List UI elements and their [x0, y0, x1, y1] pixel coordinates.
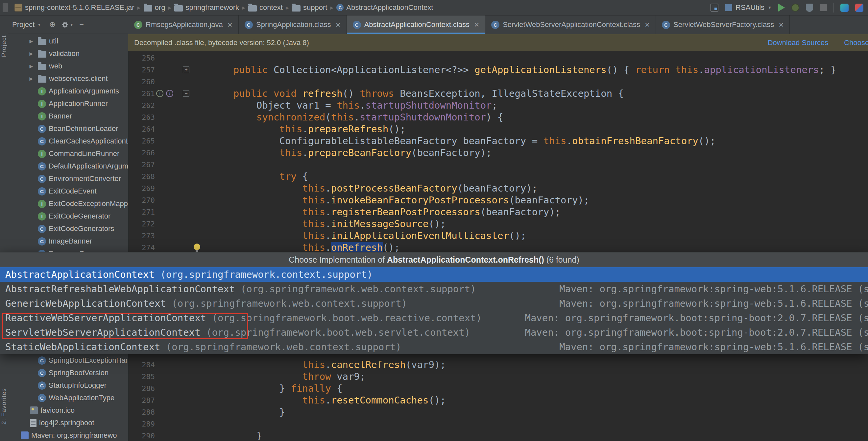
project-tree-item[interactable]: CStartupInfoLogger	[8, 379, 128, 392]
settings-gear-icon[interactable]: ▼	[61, 21, 74, 28]
editor-tab[interactable]: CServletWebServerApplicationContext.clas…	[485, 16, 656, 34]
editor-tabs-bar: CRmsegsApplication.java×CSpringApplicati…	[128, 16, 868, 34]
project-tree-item[interactable]: CExitCodeGenerators	[8, 223, 128, 235]
project-tree-item[interactable]: ▶webservices.client	[8, 72, 128, 85]
toolbox-icon[interactable]	[840, 4, 848, 12]
project-tree-item[interactable]: IBanner	[8, 110, 128, 122]
breadcrumb-separator-icon: ▶	[168, 5, 171, 10]
code-line: 287 this.resetCommonCaches();	[128, 394, 868, 406]
breadcrumb-label: spring-context-5.1.6.RELEASE.jar	[25, 3, 134, 12]
project-tree-item[interactable]: ▶web	[8, 60, 128, 72]
code-line-text: } finally {	[210, 383, 343, 394]
breadcrumb-item[interactable]: spring-context-5.1.6.RELEASE.jar	[13, 3, 136, 12]
tree-item-label: StartupInfoLogger	[49, 381, 106, 390]
run-config-selector[interactable]: RSAUtils ▼	[725, 3, 772, 12]
code-line: 263 synchronized(this.startupShutdownMon…	[128, 111, 868, 123]
stripe-tab-favorites[interactable]: 2: Favorites	[0, 388, 7, 424]
breadcrumb-item[interactable]: CAbstractApplicationContext	[335, 3, 434, 12]
code-line: 260	[128, 76, 868, 88]
panel-title[interactable]: Project	[12, 21, 34, 29]
locate-icon[interactable]: ⊕	[49, 20, 55, 29]
chevron-down-icon[interactable]: ▼	[37, 22, 41, 27]
gutter	[155, 123, 210, 135]
project-tree-item[interactable]: IExitCodeExceptionMapper	[8, 198, 128, 210]
debug-button[interactable]	[792, 4, 799, 11]
project-tree-item[interactable]: CEnvironmentConverter	[8, 172, 128, 185]
tab-close-icon[interactable]: ×	[335, 21, 340, 29]
hide-panel-icon[interactable]: −	[80, 20, 84, 29]
fold-collapse-icon[interactable]: −	[183, 90, 189, 97]
project-tree-item[interactable]: CClearCachesApplicationListener	[8, 135, 128, 147]
tree-item-label: webservices.client	[49, 75, 108, 83]
tool-window-icon[interactable]	[711, 4, 718, 11]
project-tree-item[interactable]: favicon.ico	[8, 404, 128, 417]
implementation-option[interactable]: StaticWebApplicationContext (org.springf…	[0, 340, 868, 354]
project-tree-item[interactable]: CExitCodeEvent	[8, 185, 128, 198]
toolbar-separator	[834, 3, 834, 12]
tree-expand-arrow-icon[interactable]: ▶	[27, 63, 35, 69]
implement-marker-icon[interactable]: ↓	[166, 90, 173, 97]
project-tree-item[interactable]: IApplicationRunner	[8, 97, 128, 110]
stop-button[interactable]	[820, 4, 827, 11]
project-tree-item[interactable]: Maven: org.springframewo	[8, 429, 128, 441]
project-tree-item[interactable]: CImageBanner	[8, 235, 128, 247]
tree-item-label: ExitCodeExceptionMapper	[49, 200, 128, 208]
implementation-option[interactable]: AbstractApplicationContext (org.springfr…	[0, 267, 868, 282]
run-button[interactable]	[778, 4, 785, 11]
editor-tab[interactable]: CRmsegsApplication.java×	[128, 16, 239, 34]
line-number: 263	[128, 113, 155, 121]
breadcrumb: spring-context-5.1.6.RELEASE.jar▶org▶spr…	[13, 3, 434, 12]
run-config-icon	[725, 4, 732, 11]
breadcrumb-item[interactable]: context	[247, 3, 284, 12]
tree-expand-arrow-icon[interactable]: ▶	[27, 76, 35, 81]
project-tree-item[interactable]: IExitCodeGenerator	[8, 210, 128, 223]
fold-expand-icon[interactable]: +	[183, 66, 189, 73]
project-tree-item[interactable]: CDefaultApplicationArguments	[8, 160, 128, 172]
annotation-red-box	[2, 313, 248, 339]
line-number: 270	[128, 196, 155, 204]
editor-tab[interactable]: CSpringApplication.class×	[239, 16, 347, 34]
code-line: 257+ public Collection<ApplicationListen…	[128, 64, 868, 76]
choose-sources-link[interactable]: Choose Sources	[844, 38, 868, 47]
stripe-tab-project[interactable]: Project	[0, 35, 7, 57]
interface-icon: I	[38, 150, 46, 158]
gutter	[155, 406, 210, 418]
implementation-option[interactable]: GenericWebApplicationContext (org.spring…	[0, 296, 868, 311]
download-sources-link[interactable]: Download Sources	[768, 38, 829, 47]
line-number: 266	[128, 149, 155, 157]
screencast-icon[interactable]	[855, 4, 863, 12]
menu-icon[interactable]	[3, 3, 8, 12]
implementation-option[interactable]: AbstractRefreshableWebApplicationContext…	[0, 282, 868, 296]
override-marker-icon[interactable]: ↑	[156, 90, 163, 97]
project-tree-item[interactable]: IApplicationArguments	[8, 85, 128, 97]
tab-label: RmsegsApplication.java	[146, 21, 223, 29]
code-line: 261↑↓− public void refresh() throws Bean…	[128, 88, 868, 99]
tab-close-icon[interactable]: ×	[227, 21, 232, 29]
implementation-package: (org.springframework.web.context.support…	[160, 341, 401, 352]
code-line: 290 }	[128, 430, 868, 441]
project-tree-item[interactable]: CSpringBootVersion	[8, 366, 128, 379]
breadcrumb-item[interactable]: springframework	[173, 3, 240, 12]
folder-icon	[144, 5, 152, 11]
project-tree-item[interactable]: ▶util	[8, 35, 128, 48]
class-icon: C	[336, 4, 344, 11]
tree-expand-arrow-icon[interactable]: ▶	[27, 38, 35, 44]
project-tree-item[interactable]: ▶validation	[8, 48, 128, 60]
tab-close-icon[interactable]: ×	[474, 21, 479, 29]
breadcrumb-item[interactable]: org	[143, 3, 167, 12]
editor-tab[interactable]: CAbstractApplicationContext.class×	[347, 16, 486, 34]
editor-tab[interactable]: CServletWebServerFactory.class×	[656, 16, 790, 34]
tree-expand-arrow-icon[interactable]: ▶	[27, 51, 35, 56]
tab-close-icon[interactable]: ×	[645, 21, 650, 29]
project-tree-item[interactable]: CSpringBootExceptionHandler	[8, 354, 128, 366]
project-tree-item[interactable]: CWebApplicationType	[8, 392, 128, 404]
tree-item-label: ExitCodeGenerator	[49, 212, 111, 220]
intention-bulb-icon[interactable]	[194, 243, 200, 250]
project-tree-item[interactable]: CBeanDefinitionLoader	[8, 122, 128, 135]
coverage-button[interactable]	[806, 4, 813, 12]
breadcrumb-item[interactable]: support	[291, 3, 329, 12]
tab-label: SpringApplication.class	[256, 21, 331, 29]
project-tree-item[interactable]: ICommandLineRunner	[8, 147, 128, 160]
project-tree-item[interactable]: log4j2.springboot	[8, 417, 128, 429]
tab-close-icon[interactable]: ×	[779, 21, 783, 29]
